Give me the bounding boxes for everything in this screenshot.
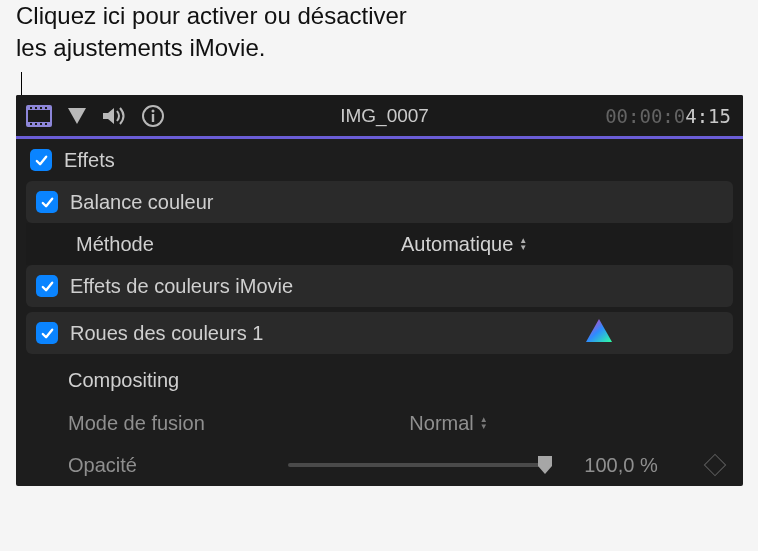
inspector-toolbar: IMG_0007 00:00:04:15 [16, 95, 743, 139]
volume-icon[interactable] [102, 105, 128, 127]
svg-point-15 [152, 109, 155, 112]
compositing-section-header: Compositing [16, 358, 743, 402]
opacity-value: 100,0 % [566, 454, 676, 477]
blend-mode-label: Mode de fusion [68, 412, 288, 435]
svg-rect-7 [45, 107, 47, 109]
chevron-updown-icon: ▲▼ [519, 237, 527, 251]
svg-rect-16 [152, 114, 154, 122]
inspector-panel: IMG_0007 00:00:04:15 Effets Balance coul… [16, 95, 743, 486]
compositing-label: Compositing [68, 369, 179, 392]
color-balance-row[interactable]: Balance couleur [26, 181, 733, 223]
effects-checkbox[interactable] [30, 149, 52, 171]
effects-section-header[interactable]: Effets [16, 139, 743, 181]
color-balance-label: Balance couleur [70, 191, 723, 214]
timecode: 00:00:04:15 [605, 105, 731, 127]
opacity-label: Opacité [68, 454, 288, 477]
keyframe-icon[interactable] [704, 454, 727, 477]
color-wheels-row[interactable]: Roues des couleurs 1 [26, 312, 733, 354]
svg-rect-5 [35, 107, 37, 109]
svg-rect-9 [35, 123, 37, 125]
svg-rect-8 [30, 123, 32, 125]
svg-rect-11 [45, 123, 47, 125]
opacity-slider[interactable] [288, 463, 548, 467]
info-icon[interactable] [142, 105, 164, 127]
method-label: Méthode [76, 233, 389, 256]
color-wheels-label: Roues des couleurs 1 [70, 322, 573, 345]
opacity-row: Opacité 100,0 % [16, 444, 743, 486]
color-wheels-checkbox[interactable] [36, 322, 58, 344]
filmstrip-icon[interactable] [26, 105, 52, 127]
method-row: Méthode Automatique ▲▼ [36, 223, 723, 265]
imovie-color-effects-row[interactable]: Effets de couleurs iMovie [26, 265, 733, 307]
color-triangle-icon[interactable] [585, 318, 613, 349]
timecode-inactive: 00:00:0 [605, 105, 685, 127]
blend-mode-row: Mode de fusion Normal ▲▼ [16, 402, 743, 444]
svg-marker-13 [103, 108, 114, 124]
svg-marker-12 [68, 108, 86, 124]
annotation-text: Cliquez ici pour activer ou désactiver l… [16, 0, 407, 65]
opacity-slider-thumb[interactable] [536, 455, 554, 475]
svg-marker-17 [586, 319, 612, 342]
blend-mode-dropdown[interactable]: Normal ▲▼ [409, 412, 487, 435]
annotation-line2: les ajustements iMovie. [16, 34, 265, 61]
color-balance-checkbox[interactable] [36, 191, 58, 213]
imovie-color-effects-label: Effets de couleurs iMovie [70, 275, 723, 298]
clip-title: IMG_0007 [164, 105, 605, 127]
svg-rect-4 [30, 107, 32, 109]
annotation-line1: Cliquez ici pour activer ou désactiver [16, 2, 407, 29]
svg-rect-10 [40, 123, 42, 125]
method-dropdown[interactable]: Automatique ▲▼ [401, 233, 527, 256]
marker-icon[interactable] [66, 105, 88, 127]
imovie-color-effects-checkbox[interactable] [36, 275, 58, 297]
toolbar-icons [26, 105, 164, 127]
method-value: Automatique [401, 233, 513, 256]
chevron-updown-icon: ▲▼ [480, 416, 488, 430]
svg-rect-6 [40, 107, 42, 109]
blend-mode-value: Normal [409, 412, 473, 435]
timecode-active: 4:15 [685, 105, 731, 127]
effects-label: Effets [64, 149, 729, 172]
